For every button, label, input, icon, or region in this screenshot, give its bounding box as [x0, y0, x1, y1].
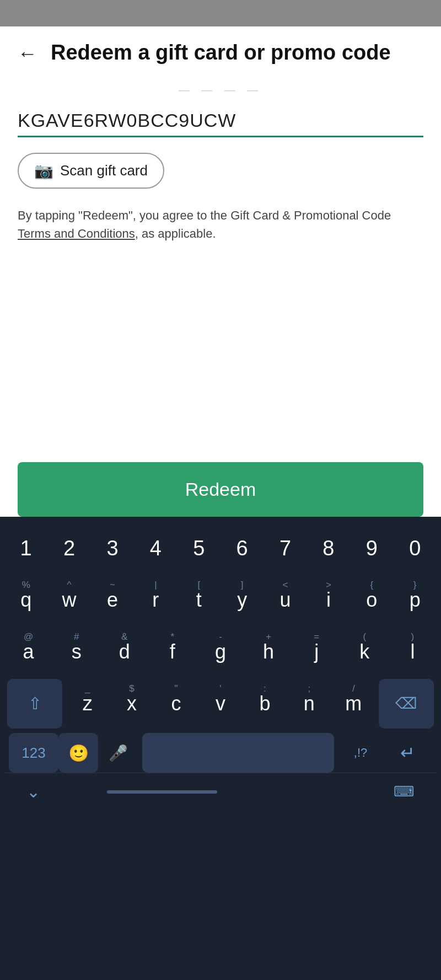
key-q[interactable]: %q — [7, 575, 45, 625]
key-6[interactable]: 6 — [223, 523, 261, 573]
key-r[interactable]: |r — [136, 575, 175, 625]
redeem-button[interactable]: Redeem — [18, 462, 423, 517]
key-5[interactable]: 5 — [180, 523, 218, 573]
status-bar — [0, 0, 441, 26]
terms-link[interactable]: Terms and Conditions — [18, 227, 135, 240]
terms-text-before: By tapping "Redeem", you agree to the Gi… — [18, 208, 391, 222]
key-d[interactable]: &d — [105, 627, 144, 677]
key-v[interactable]: 'v — [201, 679, 240, 729]
promo-hint: — — — — — [18, 84, 423, 97]
key-t[interactable]: [t — [180, 575, 218, 625]
key-i[interactable]: >i — [309, 575, 348, 625]
terms-text: By tapping "Redeem", you agree to the Gi… — [18, 206, 423, 243]
scroll-indicator — [107, 790, 217, 794]
key-8[interactable]: 8 — [309, 523, 348, 573]
key-m[interactable]: /m — [334, 679, 373, 729]
key-j[interactable]: =j — [297, 627, 336, 677]
key-0[interactable]: 0 — [396, 523, 434, 573]
key-c[interactable]: "c — [157, 679, 196, 729]
shift-key[interactable]: ⇧ — [7, 679, 62, 729]
key-p[interactable]: }p — [396, 575, 434, 625]
delete-key[interactable]: ⌫ — [379, 679, 434, 729]
keyboard: 1 2 3 4 5 6 7 8 9 0 %q ^w ~e |r [t ]y <u… — [0, 517, 441, 980]
key-h[interactable]: +h — [249, 627, 288, 677]
key-9[interactable]: 9 — [352, 523, 391, 573]
key-mic[interactable]: 🎤 — [98, 733, 138, 773]
key-y[interactable]: ]y — [223, 575, 261, 625]
scan-button-label: Scan gift card — [60, 162, 148, 179]
key-3[interactable]: 3 — [93, 523, 132, 573]
keyboard-switch-icon[interactable]: ⌨ — [394, 783, 415, 800]
keyboard-bottom-row: 123 🙂 🎤 ,!? ↵ — [4, 733, 437, 773]
key-l[interactable]: )l — [393, 627, 432, 677]
key-k[interactable]: (k — [345, 627, 384, 677]
key-o[interactable]: {o — [352, 575, 391, 625]
keyboard-hide-button[interactable]: ⌄ — [26, 782, 40, 801]
keyboard-qwerty-row: %q ^w ~e |r [t ]y <u >i {o }p — [4, 575, 437, 625]
key-emoji[interactable]: 🙂 — [58, 733, 98, 773]
key-punctuation[interactable]: ,!? — [338, 733, 383, 773]
key-space[interactable] — [142, 733, 334, 773]
key-g[interactable]: -g — [201, 627, 240, 677]
key-a[interactable]: @a — [9, 627, 48, 677]
keyboard-zxcv-row: ⇧ _z $x "c 'v :b ;n /m ⌫ — [4, 679, 437, 729]
key-enter[interactable]: ↵ — [383, 733, 432, 773]
key-s[interactable]: #s — [57, 627, 96, 677]
key-u[interactable]: <u — [266, 575, 305, 625]
key-123[interactable]: 123 — [9, 733, 58, 773]
key-n[interactable]: ;n — [290, 679, 329, 729]
key-f[interactable]: *f — [153, 627, 192, 677]
key-4[interactable]: 4 — [136, 523, 175, 573]
keyboard-nav-bar: ⌄ ⌨ — [4, 773, 437, 810]
page-title: Redeem a gift card or promo code — [51, 40, 391, 66]
key-w[interactable]: ^w — [50, 575, 89, 625]
header: ← Redeem a gift card or promo code — [0, 26, 441, 75]
key-x[interactable]: $x — [112, 679, 151, 729]
back-button[interactable]: ← — [18, 42, 37, 65]
keyboard-number-row: 1 2 3 4 5 6 7 8 9 0 — [4, 523, 437, 573]
scan-gift-card-button[interactable]: 📷 Scan gift card — [18, 153, 164, 189]
redeem-section: Redeem — [0, 462, 441, 517]
code-input-container — [18, 105, 423, 137]
key-7[interactable]: 7 — [266, 523, 305, 573]
key-1[interactable]: 1 — [7, 523, 45, 573]
terms-text-after: , as applicable. — [135, 227, 216, 240]
key-z[interactable]: _z — [68, 679, 107, 729]
gift-card-input[interactable] — [18, 105, 423, 137]
camera-icon: 📷 — [34, 162, 53, 180]
key-b[interactable]: :b — [245, 679, 284, 729]
key-2[interactable]: 2 — [50, 523, 89, 573]
keyboard-asdf-row: @a #s &d *f -g +h =j (k )l — [4, 627, 437, 677]
key-e[interactable]: ~e — [93, 575, 132, 625]
content-area: — — — — 📷 Scan gift card By tapping "Red… — [0, 75, 441, 243]
